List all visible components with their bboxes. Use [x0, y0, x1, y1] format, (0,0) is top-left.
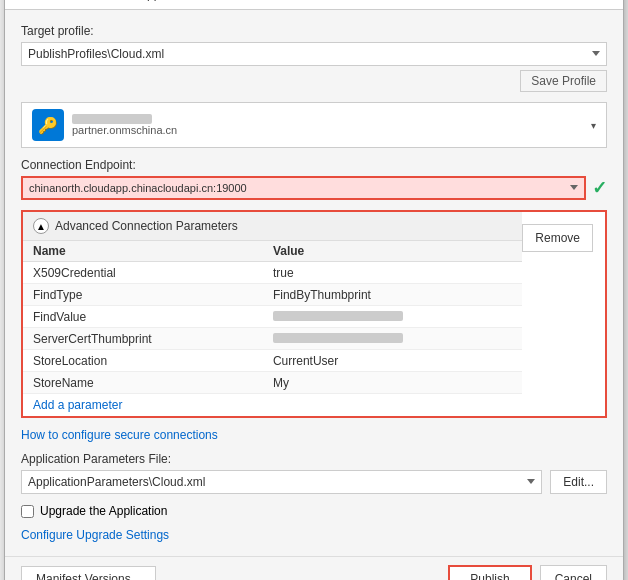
- advanced-toggle-button[interactable]: ▲: [33, 218, 49, 234]
- table-row[interactable]: FindValue: [23, 306, 522, 328]
- advanced-section: ▲ Advanced Connection Parameters Name Va…: [21, 210, 607, 418]
- how-to-section: How to configure secure connections: [21, 428, 607, 442]
- footer: Manifest Versions... Publish Cancel: [5, 556, 623, 580]
- profile-name-blurred: [72, 114, 152, 124]
- param-value-cell: [263, 306, 522, 328]
- publish-button[interactable]: Publish: [448, 565, 531, 580]
- param-name-cell: StoreName: [23, 372, 263, 394]
- params-table: Name Value X509CredentialtrueFindTypeFin…: [23, 241, 522, 394]
- param-name-cell: ServerCertThumbprint: [23, 328, 263, 350]
- target-profile-select[interactable]: PublishProfiles\Cloud.xml: [21, 42, 607, 66]
- add-parameter-link[interactable]: Add a parameter: [23, 394, 522, 416]
- param-value-cell: CurrentUser: [263, 350, 522, 372]
- remove-button[interactable]: Remove: [522, 224, 593, 252]
- configure-upgrade-link[interactable]: Configure Upgrade Settings: [21, 528, 169, 542]
- profile-dropdown-icon[interactable]: ▾: [591, 120, 596, 131]
- table-row[interactable]: X509Credentialtrue: [23, 262, 522, 284]
- upgrade-checkbox[interactable]: [21, 505, 34, 518]
- connection-endpoint-row: chinanorth.cloudapp.chinacloudapi.cn:190…: [21, 176, 607, 200]
- app-params-section: Application Parameters File: Application…: [21, 452, 607, 494]
- param-name-cell: StoreLocation: [23, 350, 263, 372]
- how-to-link[interactable]: How to configure secure connections: [21, 428, 218, 448]
- connection-profile-box: 🔑 partner.onmschina.cn ▾: [21, 102, 607, 148]
- advanced-left: ▲ Advanced Connection Parameters Name Va…: [23, 212, 522, 416]
- value-blurred: [273, 311, 403, 321]
- advanced-header[interactable]: ▲ Advanced Connection Parameters: [23, 212, 522, 241]
- upgrade-label: Upgrade the Application: [40, 504, 167, 518]
- configure-upgrade-section: Configure Upgrade Settings: [21, 528, 607, 542]
- dialog-content: Target profile: PublishProfiles\Cloud.xm…: [5, 10, 623, 556]
- col-name-header: Name: [23, 241, 263, 262]
- param-value-cell: [263, 328, 522, 350]
- param-value-cell: true: [263, 262, 522, 284]
- target-profile-section: Target profile: PublishProfiles\Cloud.xm…: [21, 24, 607, 92]
- app-params-row: ApplicationParameters\Cloud.xml Edit...: [21, 470, 607, 494]
- target-profile-row: PublishProfiles\Cloud.xml: [21, 42, 607, 66]
- dialog-title: Publish Service Fabric Application: [17, 0, 198, 1]
- target-profile-label: Target profile:: [21, 24, 607, 38]
- key-icon: 🔑: [38, 116, 58, 135]
- app-params-select[interactable]: ApplicationParameters\Cloud.xml: [21, 470, 542, 494]
- upgrade-row: Upgrade the Application: [21, 504, 607, 518]
- edit-button[interactable]: Edit...: [550, 470, 607, 494]
- save-profile-button[interactable]: Save Profile: [520, 70, 607, 92]
- param-name-cell: FindValue: [23, 306, 263, 328]
- profile-endpoint: partner.onmschina.cn: [72, 124, 177, 136]
- profile-icon: 🔑: [32, 109, 64, 141]
- advanced-content-row: ▲ Advanced Connection Parameters Name Va…: [23, 212, 605, 416]
- connection-endpoint-section: Connection Endpoint: chinanorth.cloudapp…: [21, 158, 607, 200]
- table-row[interactable]: ServerCertThumbprint: [23, 328, 522, 350]
- col-value-header: Value: [263, 241, 522, 262]
- app-params-label: Application Parameters File:: [21, 452, 607, 466]
- profile-info: partner.onmschina.cn: [72, 114, 177, 136]
- table-row[interactable]: StoreLocationCurrentUser: [23, 350, 522, 372]
- close-button[interactable]: ✕: [591, 0, 611, 1]
- connection-valid-icon: ✓: [592, 177, 607, 199]
- connection-endpoint-select[interactable]: chinanorth.cloudapp.chinacloudapi.cn:190…: [21, 176, 586, 200]
- advanced-right: Remove: [522, 212, 605, 416]
- cancel-button[interactable]: Cancel: [540, 565, 607, 580]
- advanced-title: Advanced Connection Parameters: [55, 219, 238, 233]
- footer-right: Publish Cancel: [448, 565, 607, 580]
- param-name-cell: FindType: [23, 284, 263, 306]
- connection-endpoint-label: Connection Endpoint:: [21, 158, 607, 172]
- param-name-cell: X509Credential: [23, 262, 263, 284]
- param-value-cell: My: [263, 372, 522, 394]
- table-row[interactable]: StoreNameMy: [23, 372, 522, 394]
- table-row[interactable]: FindTypeFindByThumbprint: [23, 284, 522, 306]
- publish-dialog: Publish Service Fabric Application ✕ Tar…: [4, 0, 624, 580]
- title-bar: Publish Service Fabric Application ✕: [5, 0, 623, 10]
- param-value-cell: FindByThumbprint: [263, 284, 522, 306]
- value-blurred: [273, 333, 403, 343]
- manifest-versions-button[interactable]: Manifest Versions...: [21, 566, 156, 580]
